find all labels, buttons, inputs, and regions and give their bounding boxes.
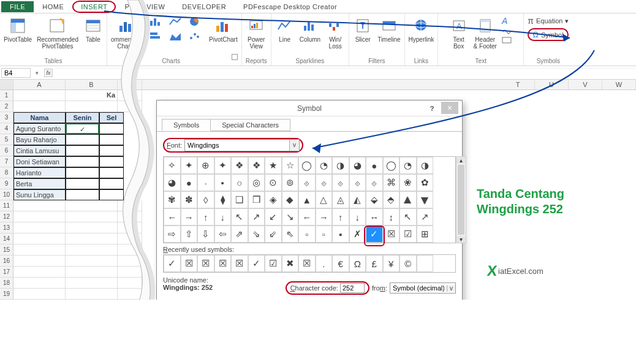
symbol-cell[interactable]: ✗: [349, 226, 366, 243]
symbol-cell[interactable]: ⇧: [181, 226, 198, 243]
line-chart-button[interactable]: [166, 16, 184, 29]
tab-partial[interactable]: P: [116, 1, 138, 12]
name-box[interactable]: [1, 68, 31, 78]
symbol-cell[interactable]: ★: [265, 157, 282, 174]
symbol-cell[interactable]: ⬘: [383, 191, 400, 208]
rowhead[interactable]: 18: [0, 278, 13, 289]
pivotchart-button[interactable]: PivotChart: [209, 16, 238, 44]
hyperlink-button[interactable]: Hyperlink: [409, 16, 434, 44]
column-chart-button[interactable]: [146, 16, 165, 29]
spark-winloss-button[interactable]: Win/ Loss: [325, 16, 345, 50]
header-senin[interactable]: Senin: [66, 112, 99, 123]
select-all-corner[interactable]: [0, 80, 13, 89]
symbol-cell[interactable]: ⧫: [214, 191, 232, 208]
symbol-cell[interactable]: ◑: [332, 157, 349, 174]
recent-symbol-cell[interactable]: ☒: [181, 255, 198, 272]
colhead-w[interactable]: W: [602, 80, 636, 89]
tab-special-characters[interactable]: Special Characters: [210, 119, 290, 131]
symbol-cell[interactable]: ⇩: [197, 226, 214, 243]
signature-button[interactable]: [502, 27, 513, 36]
symbol-cell[interactable]: →: [316, 208, 333, 226]
symbol-cell[interactable]: ◕: [164, 174, 181, 191]
equation-button[interactable]: πEquation▾: [528, 16, 569, 26]
symbol-cell[interactable]: ⟐: [332, 174, 349, 191]
recent-symbol-cell[interactable]: ✓: [248, 255, 265, 272]
object-button[interactable]: [502, 37, 513, 45]
symbol-cell[interactable]: ❒: [248, 191, 265, 208]
recommended-pivottables-button[interactable]: Recommended PivotTables: [37, 16, 78, 50]
rowhead[interactable]: 12: [0, 211, 13, 222]
colhead-v[interactable]: V: [569, 80, 602, 89]
symbol-cell[interactable]: ◯: [383, 157, 400, 174]
recent-symbol-cell[interactable]: Ω: [349, 255, 366, 272]
cell[interactable]: [66, 189, 99, 200]
rowhead[interactable]: 14: [0, 233, 13, 245]
symbol-cell[interactable]: ◬: [332, 191, 349, 208]
recent-symbol-cell[interactable]: .: [316, 255, 333, 272]
symbol-cell[interactable]: ◭: [349, 191, 366, 208]
wordart-button[interactable]: A: [502, 16, 513, 26]
symbol-cell[interactable]: ✧: [164, 157, 181, 174]
name-box-dropdown[interactable]: ▾: [33, 70, 40, 76]
dialog-close-button[interactable]: ×: [441, 102, 458, 114]
recent-symbol-cell[interactable]: ☒: [214, 255, 232, 272]
symbol-cell[interactable]: ↖: [231, 208, 248, 226]
rowhead[interactable]: 10: [0, 189, 13, 200]
symbol-cell[interactable]: ◕: [349, 157, 366, 174]
cell[interactable]: [99, 134, 124, 145]
symbol-cell[interactable]: ⊞: [417, 226, 434, 243]
rowhead[interactable]: 19: [0, 289, 13, 300]
from-input[interactable]: [390, 284, 447, 292]
symbol-cell[interactable]: ▫: [316, 226, 333, 243]
header-nama[interactable]: Nama: [13, 112, 66, 123]
symbol-cell[interactable]: ⊚: [282, 174, 299, 191]
symbol-cell[interactable]: ⇦: [214, 226, 232, 243]
powerview-button[interactable]: Power View: [246, 16, 266, 50]
symbol-cell[interactable]: ☒: [383, 226, 400, 243]
area-chart-button[interactable]: [166, 31, 184, 44]
cell-name[interactable]: Harianto: [13, 167, 66, 178]
charts-dialog-launcher[interactable]: [232, 54, 238, 60]
rowhead[interactable]: 4: [0, 123, 13, 134]
symbol-cell[interactable]: ↘: [282, 208, 299, 226]
symbol-cell[interactable]: ❖: [231, 157, 248, 174]
chevron-down-icon[interactable]: v: [289, 140, 299, 151]
symbol-cell[interactable]: ●: [366, 157, 383, 174]
symbol-cell[interactable]: ↔: [366, 208, 383, 226]
symbol-cell[interactable]: ○: [231, 174, 248, 191]
symbol-cell[interactable]: ⟐: [316, 174, 333, 191]
colhead-t[interactable]: T: [501, 80, 535, 89]
font-combobox[interactable]: v: [184, 139, 300, 151]
cell[interactable]: [66, 156, 99, 167]
symbol-cell[interactable]: ↑: [332, 208, 349, 226]
cell[interactable]: [66, 178, 99, 189]
symbol-button[interactable]: ΩSymbol: [528, 28, 568, 41]
tab-insert[interactable]: INSERT: [72, 1, 116, 13]
cell-area[interactable]: Ka Nama Senin Sel Agung Suranto ✓ Bayu R…: [13, 90, 142, 300]
symbol-cell[interactable]: ❖: [248, 157, 265, 174]
symbol-cell[interactable]: ◯: [298, 157, 316, 174]
symbol-cell[interactable]: ▪: [332, 226, 349, 243]
symbol-cell[interactable]: ✿: [417, 174, 434, 191]
rowhead[interactable]: 7: [0, 156, 13, 167]
symbol-cell[interactable]: ⊕: [197, 157, 214, 174]
cell-name[interactable]: Berta: [13, 178, 66, 189]
symbol-cell[interactable]: ↗: [248, 208, 265, 226]
recent-symbol-cell[interactable]: ✓: [164, 255, 181, 272]
symbol-cell[interactable]: ⟐: [366, 174, 383, 191]
cell[interactable]: [99, 189, 124, 200]
chevron-down-icon[interactable]: v: [447, 285, 455, 292]
recent-symbol-cell[interactable]: £: [366, 255, 383, 272]
bar-chart-button[interactable]: [146, 31, 165, 44]
cell-name[interactable]: Cintia Lamusu: [13, 145, 66, 156]
symbol-cell[interactable]: ◈: [265, 191, 282, 208]
symbol-cell[interactable]: ✦: [181, 157, 198, 174]
symbol-cell[interactable]: ↕: [383, 208, 400, 226]
symbol-cell[interactable]: ⬙: [366, 191, 383, 208]
symbol-cell[interactable]: ⇙: [265, 226, 282, 243]
symbol-cell[interactable]: ←: [164, 208, 181, 226]
symbol-cell[interactable]: ✦: [214, 157, 232, 174]
tab-view[interactable]: VIEW: [138, 1, 173, 12]
symbol-cell[interactable]: △: [316, 191, 333, 208]
header-sel[interactable]: Sel: [99, 112, 124, 123]
